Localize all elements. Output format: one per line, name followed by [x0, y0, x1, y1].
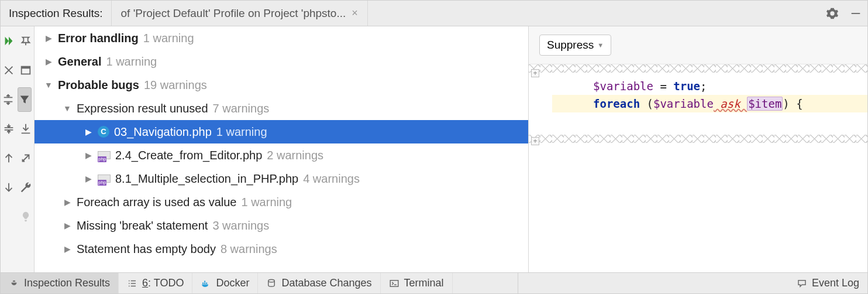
tree-item-label: Statement has empty body — [77, 237, 216, 261]
tree-file-03-navigation[interactable]: ▶ C 03_Navigation.php 1 warning — [35, 120, 528, 143]
tree-file-multiple-selection[interactable]: ▶ 8.1_Multiple_selection_in_PHP.php 4 wa… — [35, 167, 528, 190]
svg-rect-4 — [204, 282, 205, 283]
statusbar-label: 6: TODO — [142, 277, 184, 289]
expand-all-icon — [2, 93, 15, 106]
rerun-button[interactable] — [1, 26, 18, 56]
pin-button[interactable] — [18, 26, 35, 56]
suppress-label: Suppress — [547, 39, 594, 52]
expand-arrow-icon[interactable]: ▶ — [84, 167, 93, 190]
previous-button[interactable] — [1, 143, 18, 173]
statusbar-inspection-results[interactable]: Inspection Results — [1, 273, 119, 293]
arrow-out-icon — [19, 152, 32, 165]
tree-group-label: Probable bugs — [58, 73, 139, 97]
filter-icon — [18, 93, 31, 106]
code-preview[interactable]: + $variable = true; foreach ($variable a… — [529, 64, 867, 272]
statusbar-label: Inspection Results — [24, 277, 110, 289]
statusbar-terminal[interactable]: Terminal — [381, 273, 453, 293]
next-button[interactable] — [1, 173, 18, 202]
code-line-empty — [552, 112, 867, 130]
svg-rect-5 — [206, 282, 207, 283]
inspection-tab[interactable]: of 'Project Default' Profile on Project … — [112, 1, 368, 26]
code-preview-pane: Suppress ▼ + $variable = true; foreach (… — [528, 26, 867, 272]
fold-expand-icon[interactable]: + — [531, 69, 539, 77]
bulb-icon — [19, 210, 32, 223]
tree-item-empty-body[interactable]: ▶ Statement has empty body 8 warnings — [35, 237, 528, 261]
terminal-icon — [389, 278, 399, 289]
tree-item-label: Missing 'break' statement — [77, 214, 208, 237]
svg-rect-8 — [390, 280, 398, 286]
close-results-button[interactable] — [1, 56, 18, 85]
tool-window-title: Inspection Results: — [1, 1, 112, 26]
collapse-arrow-icon[interactable]: ▼ — [44, 73, 53, 97]
statusbar-label: Terminal — [404, 277, 444, 289]
code-fold-marker-bottom — [529, 135, 867, 143]
inspection-tab-label: of 'Project Default' Profile on Project … — [121, 7, 346, 20]
intention-hint-button[interactable] — [18, 202, 35, 231]
status-bar: Inspection Results 6: TODO Docker Databa… — [1, 272, 867, 293]
tree-group-probable-bugs[interactable]: ▼ Probable bugs 19 warnings — [35, 73, 528, 97]
statusbar-todo[interactable]: 6: TODO — [119, 273, 192, 293]
list-icon — [127, 278, 137, 289]
panel-body: ▶ Error handling 1 warning ▶ General 1 w… — [1, 26, 867, 272]
code-block: $variable = true; foreach ($variable ask… — [529, 73, 867, 135]
suppress-button[interactable]: Suppress ▼ — [539, 35, 611, 56]
expand-arrow-icon[interactable]: ▶ — [63, 214, 72, 237]
left-toolbar — [1, 26, 35, 272]
export-icon — [19, 122, 32, 135]
tree-item-expression-unused[interactable]: ▼ Expression result unused 7 warnings — [35, 97, 528, 120]
expand-arrow-icon[interactable]: ▶ — [44, 26, 53, 50]
database-icon — [266, 278, 277, 289]
php-file-icon — [98, 173, 111, 184]
tree-item-label: Expression result unused — [77, 97, 208, 120]
collapse-arrow-icon[interactable]: ▼ — [63, 97, 72, 120]
svg-rect-0 — [852, 13, 860, 14]
statusbar-event-log[interactable]: Event Log — [788, 273, 867, 293]
svg-rect-3 — [202, 282, 204, 283]
navigate-button[interactable] — [18, 143, 35, 173]
tree-item-label: Foreach array is used as value — [77, 190, 236, 214]
docker-icon — [201, 278, 211, 289]
filter-button[interactable] — [18, 87, 32, 112]
tree-group-label: Error handling — [58, 26, 139, 50]
speech-bubble-icon — [797, 278, 807, 289]
tree-file-label: 2.4_Create_from_Editor.php — [115, 143, 262, 167]
syntax-error-span: ask — [714, 97, 747, 110]
php-file-icon — [98, 149, 111, 161]
settings-button[interactable] — [821, 1, 844, 26]
tree-item-count: 8 warnings — [221, 237, 277, 261]
fold-expand-icon[interactable]: + — [531, 137, 539, 145]
chevron-down-icon: ▼ — [597, 42, 604, 49]
close-icon — [2, 64, 15, 77]
tool-window-header: Inspection Results: of 'Project Default'… — [1, 1, 867, 26]
expand-arrow-icon[interactable]: ▶ — [44, 50, 53, 73]
svg-rect-6 — [204, 281, 205, 282]
statusbar-database-changes[interactable]: Database Changes — [258, 273, 380, 293]
tree-file-count: 4 warnings — [303, 167, 360, 190]
tree-group-general[interactable]: ▶ General 1 warning — [35, 50, 528, 73]
collapse-all-button[interactable] — [1, 114, 18, 143]
svg-point-7 — [268, 279, 275, 282]
expand-arrow-icon[interactable]: ▶ — [84, 120, 93, 143]
fix-button[interactable] — [18, 173, 35, 202]
hide-button[interactable] — [844, 1, 867, 26]
statusbar-docker[interactable]: Docker — [192, 273, 258, 293]
export-button[interactable] — [18, 114, 35, 143]
expand-all-button[interactable] — [1, 85, 15, 114]
preview-toolbar: Suppress ▼ — [529, 26, 867, 64]
tree-file-count: 1 warning — [216, 120, 267, 143]
pin-icon — [19, 35, 32, 47]
open-in-window-button[interactable] — [18, 56, 35, 85]
arrow-down-icon — [2, 181, 15, 194]
inspection-tree[interactable]: ▶ Error handling 1 warning ▶ General 1 w… — [35, 26, 528, 272]
close-tab-icon[interactable]: × — [352, 7, 358, 19]
tree-file-label: 03_Navigation.php — [114, 120, 212, 143]
tree-group-count: 19 warnings — [144, 73, 207, 97]
expand-arrow-icon[interactable]: ▶ — [63, 237, 72, 261]
tree-item-foreach-value[interactable]: ▶ Foreach array is used as value 1 warni… — [35, 190, 528, 214]
expand-arrow-icon[interactable]: ▶ — [84, 143, 93, 167]
minimize-icon — [849, 7, 862, 20]
expand-arrow-icon[interactable]: ▶ — [63, 190, 72, 214]
tree-item-missing-break[interactable]: ▶ Missing 'break' statement 3 warnings — [35, 214, 528, 237]
tree-group-error-handling[interactable]: ▶ Error handling 1 warning — [35, 26, 528, 50]
tree-file-create-from-editor[interactable]: ▶ 2.4_Create_from_Editor.php 2 warnings — [35, 143, 528, 167]
